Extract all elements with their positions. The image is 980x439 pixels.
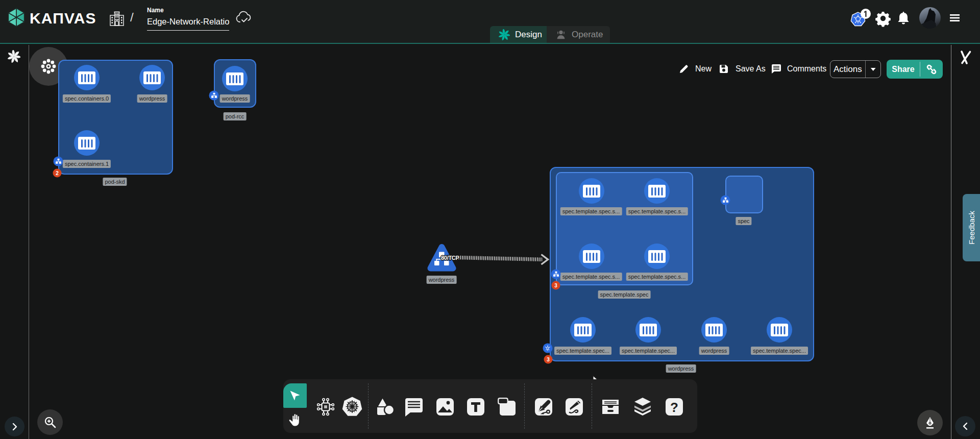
svg-text:?: ? [670, 400, 678, 415]
svg-text:80/TCP: 80/TCP [441, 255, 459, 261]
